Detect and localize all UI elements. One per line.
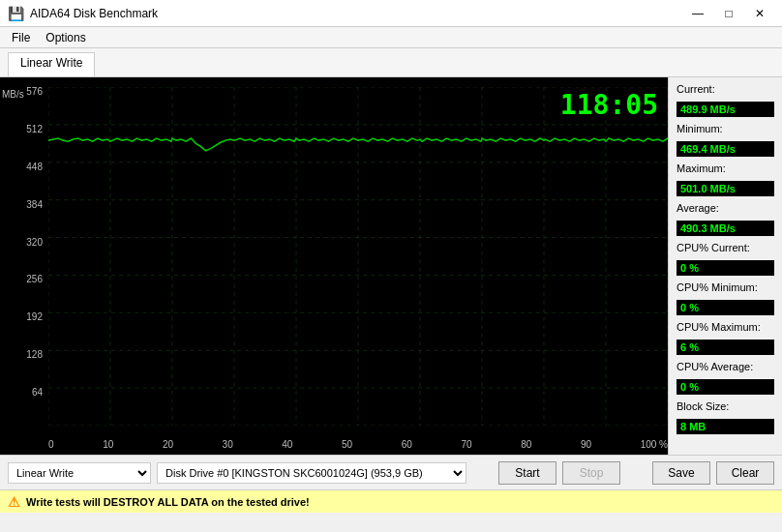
average-value: 490.3 MB/s: [677, 221, 774, 236]
y-label-576: 576: [26, 87, 43, 97]
y-label-192: 192: [26, 312, 43, 322]
warning-text: Write tests will DESTROY ALL DATA on the…: [26, 496, 310, 508]
window-controls: — □ ✕: [683, 4, 774, 23]
minimum-value: 469.4 MB/s: [677, 141, 774, 157]
cpu-current-label: CPU% Current:: [677, 242, 774, 253]
menu-file[interactable]: File: [4, 29, 38, 46]
stop-button[interactable]: Stop: [562, 461, 620, 485]
y-label-256: 256: [26, 275, 43, 284]
x-label-70: 70: [461, 439, 471, 450]
minimize-button[interactable]: —: [683, 4, 712, 23]
x-label-80: 80: [521, 439, 531, 450]
y-label-448: 448: [26, 163, 43, 172]
menu-bar: File Options: [0, 27, 782, 48]
x-label-0: 0: [48, 439, 54, 450]
y-label-128: 128: [26, 350, 43, 360]
y-label-512: 512: [26, 125, 43, 134]
x-label-30: 30: [223, 439, 233, 450]
maximum-label: Maximum:: [677, 163, 774, 174]
block-size-value: 8 MB: [677, 419, 774, 434]
x-label-20: 20: [163, 439, 173, 450]
minimum-label: Minimum:: [677, 123, 774, 134]
current-value: 489.9 MB/s: [677, 102, 774, 117]
window-title: AIDA64 Disk Benchmark: [30, 7, 158, 20]
tab-linear-write[interactable]: Linear Write: [8, 52, 95, 76]
chart-area: MB/s 576 512 448 384 320 256 192 128 64: [0, 77, 668, 455]
cpu-minimum-label: CPU% Minimum:: [677, 281, 774, 293]
cpu-maximum-value: 6 %: [677, 340, 774, 355]
start-button[interactable]: Start: [498, 461, 556, 485]
x-label-90: 90: [581, 439, 591, 450]
y-axis: 576 512 448 384 320 256 192 128 64: [0, 87, 46, 426]
cpu-maximum-label: CPU% Maximum:: [677, 321, 774, 333]
warning-bar: ⚠ Write tests will DESTROY ALL DATA on t…: [0, 489, 782, 513]
cpu-average-label: CPU% Average:: [677, 361, 774, 372]
y-label-64: 64: [32, 388, 43, 398]
x-label-50: 50: [342, 439, 352, 450]
timer-display: 118:05: [560, 89, 658, 121]
y-label-384: 384: [26, 200, 43, 210]
cpu-average-value: 0 %: [677, 379, 774, 395]
block-size-label: Block Size:: [677, 400, 774, 412]
menu-options[interactable]: Options: [38, 29, 93, 46]
cpu-minimum-value: 0 %: [677, 300, 774, 315]
title-bar: 💾 AIDA64 Disk Benchmark — □ ✕: [0, 0, 782, 27]
x-label-40: 40: [282, 439, 292, 450]
average-label: Average:: [677, 202, 774, 214]
benchmark-chart: [48, 87, 668, 426]
disk-dropdown[interactable]: Disk Drive #0 [KINGSTON SKC6001024G] (95…: [157, 462, 466, 484]
close-button[interactable]: ✕: [745, 4, 774, 23]
x-axis: 0 10 20 30 40 50 60 70 80 90 100 %: [48, 439, 668, 450]
current-label: Current:: [677, 83, 774, 95]
cpu-current-value: 0 %: [677, 260, 774, 276]
maximum-value: 501.0 MB/s: [677, 181, 774, 196]
warning-icon: ⚠: [8, 494, 20, 510]
x-label-60: 60: [402, 439, 412, 450]
main-content: MB/s 576 512 448 384 320 256 192 128 64: [0, 77, 782, 455]
tab-bar: Linear Write: [0, 48, 782, 77]
y-label-320: 320: [26, 238, 43, 248]
x-label-10: 10: [103, 439, 113, 450]
x-label-100: 100 %: [641, 439, 668, 450]
test-type-dropdown[interactable]: Linear Write Linear Read Random Write Ra…: [8, 462, 151, 484]
bottom-controls: Linear Write Linear Read Random Write Ra…: [0, 455, 782, 489]
save-button[interactable]: Save: [652, 461, 710, 485]
clear-button[interactable]: Clear: [716, 461, 774, 485]
maximize-button[interactable]: □: [714, 4, 743, 23]
app-icon: 💾: [8, 6, 24, 21]
right-panel: Current: 489.9 MB/s Minimum: 469.4 MB/s …: [668, 77, 782, 455]
